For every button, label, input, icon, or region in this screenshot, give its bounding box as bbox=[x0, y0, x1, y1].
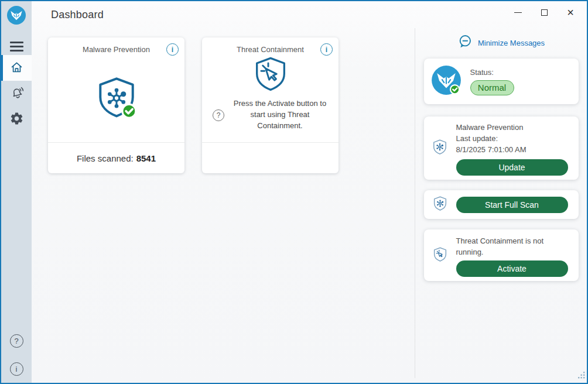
malware-prevention-card: Malware Prevention i bbox=[48, 37, 184, 173]
sidebar: ? i bbox=[1, 1, 32, 383]
close-window-icon[interactable]: × bbox=[566, 8, 575, 17]
status-badge: Normal bbox=[470, 80, 514, 95]
status-message-card: Status: Normal bbox=[424, 59, 579, 104]
minimize-messages-link[interactable]: Minimize Messages bbox=[457, 34, 545, 52]
containment-message-card: Threat Containment is not running. Activ… bbox=[424, 229, 579, 281]
help-icon[interactable]: ? bbox=[10, 334, 23, 348]
update-card-title: Malware Prevention bbox=[456, 122, 568, 133]
containment-card-footer bbox=[202, 142, 339, 173]
dashboard-main: Malware Prevention i bbox=[32, 28, 415, 383]
malware-shield-icon bbox=[94, 75, 139, 122]
threat-containment-card: Threat Containment i bbox=[202, 37, 339, 173]
malware-card-title: Malware Prevention bbox=[48, 37, 184, 54]
about-info-icon[interactable]: i bbox=[10, 362, 23, 376]
content-area: Dashboard × Malware Prevention i bbox=[32, 1, 587, 383]
titlebar: Dashboard × bbox=[32, 1, 587, 28]
update-button[interactable]: Update bbox=[456, 159, 568, 176]
last-update-label: Last update: bbox=[456, 133, 568, 144]
minimize-window-icon[interactable] bbox=[513, 8, 522, 17]
last-update-value: 8/1/2025 7:01:00 AM bbox=[456, 144, 568, 155]
speech-bubble-icon bbox=[457, 34, 473, 52]
mini-malware-shield-icon bbox=[432, 139, 448, 157]
gear-icon bbox=[9, 111, 24, 128]
minimize-messages-label: Minimize Messages bbox=[478, 39, 545, 47]
sidebar-item-settings[interactable] bbox=[1, 107, 32, 132]
files-scanned-value: 8541 bbox=[136, 153, 156, 163]
activate-button[interactable]: Activate bbox=[456, 260, 568, 277]
maximize-window-icon[interactable] bbox=[539, 8, 549, 17]
mini-malware-shield-icon bbox=[432, 196, 448, 214]
bell-ringing-icon bbox=[9, 85, 25, 103]
sidebar-item-notifications[interactable] bbox=[1, 81, 32, 107]
app-window: ? i Dashboard × Malware Prevention i bbox=[0, 0, 588, 384]
brand-wolf-logo-icon bbox=[7, 6, 26, 25]
status-label: Status: bbox=[470, 68, 514, 77]
containment-description: Press the Activate button to start using… bbox=[230, 98, 330, 132]
full-scan-card: Start Full Scan bbox=[424, 190, 579, 219]
start-full-scan-button[interactable]: Start Full Scan bbox=[456, 197, 568, 213]
home-icon bbox=[9, 59, 25, 77]
containment-card-title: Threat Containment bbox=[202, 37, 339, 54]
menu-hamburger-icon[interactable] bbox=[1, 37, 32, 55]
containment-info-icon[interactable]: i bbox=[320, 43, 333, 56]
messages-panel: Minimize Messages Status: bbox=[415, 28, 587, 383]
containment-status-message: Threat Containment is not running. bbox=[456, 235, 557, 258]
resize-grip[interactable] bbox=[577, 371, 585, 381]
sidebar-item-home[interactable] bbox=[1, 55, 32, 81]
window-controls: × bbox=[513, 8, 587, 17]
malware-update-card: Malware Prevention Last update: 8/1/2025… bbox=[424, 116, 579, 180]
containment-help-icon[interactable]: ? bbox=[213, 109, 224, 121]
containment-shield-cursor-icon bbox=[252, 55, 289, 95]
files-scanned-stat: Files scanned:8541 bbox=[77, 153, 156, 163]
malware-info-icon[interactable]: i bbox=[166, 43, 179, 56]
page-title: Dashboard bbox=[51, 9, 104, 21]
brand-wolf-logo-checked-icon bbox=[431, 65, 461, 98]
mini-containment-shield-icon bbox=[432, 246, 448, 265]
